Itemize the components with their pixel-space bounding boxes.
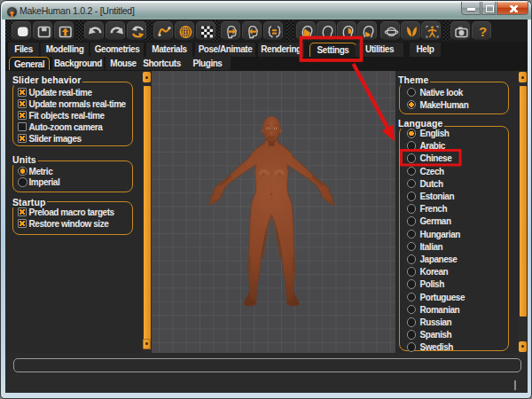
svg-text:?: ? <box>479 24 487 39</box>
